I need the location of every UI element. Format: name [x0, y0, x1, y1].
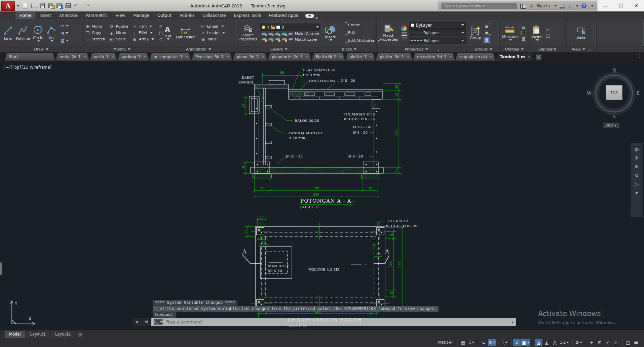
layer-unisolate-icon[interactable] — [268, 37, 274, 42]
polar-tracking-toggle[interactable]: ⊘ — [488, 339, 496, 346]
layout-tab-model[interactable]: Model — [5, 331, 25, 338]
close-tab-icon[interactable]: ✕ — [528, 55, 531, 59]
command-customize-icon[interactable]: >_ — [154, 319, 163, 325]
command-line[interactable]: ✕ ⚒ >_ Type a command ▴ — [132, 318, 516, 326]
layer-unlock-icon[interactable] — [271, 27, 275, 29]
viewport-view-button[interactable]: [Top] — [11, 65, 21, 70]
viewcube-top-face[interactable]: TOP — [606, 85, 622, 100]
file-tab[interactable]: moto_2d_1✕ — [55, 53, 89, 61]
panel-label-clipboard[interactable]: Clipboard — [529, 46, 565, 52]
layer-on-icon[interactable] — [262, 26, 265, 29]
properties-expand-icon[interactable]: ⌟ — [438, 47, 439, 51]
orbit-icon[interactable]: ↻ — [635, 173, 639, 178]
sign-in-button[interactable]: Sign In — [537, 3, 550, 8]
annotation-autoscale-toggle[interactable]: ◭ — [543, 339, 551, 346]
file-tab[interactable]: north_1✕ — [90, 53, 117, 61]
ribbon-tab-insert[interactable]: Insert — [35, 12, 55, 19]
undo-caret-icon[interactable] — [81, 5, 84, 7]
tool-linear[interactable]: ⊢Linear — [199, 24, 225, 29]
cut-icon[interactable]: ✂ — [544, 27, 551, 33]
close-tab-icon[interactable]: ✕ — [186, 55, 188, 59]
close-tab-icon[interactable]: ✕ — [112, 55, 114, 59]
help-icon[interactable]: ? — [581, 3, 586, 8]
annotation-scale-button[interactable]: ⋀ — [551, 339, 559, 346]
close-button[interactable]: ✕ — [631, 3, 641, 8]
panel-label-utilities[interactable]: Utilities — [500, 46, 529, 52]
file-tab[interactable]: parking_1✕ — [117, 53, 149, 61]
model-space-button[interactable]: MODEL — [435, 340, 456, 345]
view-expand-icon[interactable]: ⌟ — [589, 47, 590, 51]
ribbon-tab-express-tools[interactable]: Express Tools — [230, 12, 265, 19]
layer-restore-icon[interactable] — [268, 32, 274, 36]
quick-calculator-icon[interactable]: ▦ — [520, 36, 527, 42]
a360-icon[interactable]: △ — [568, 3, 571, 8]
panel-label-draw[interactable]: Draw — [0, 46, 82, 52]
maximize-button[interactable]: ☐ — [616, 3, 626, 8]
panel-label-groups[interactable]: Groups — [467, 46, 499, 52]
linetype-select[interactable]: ByLayer — [409, 37, 466, 44]
drawing-area[interactable]: PLAT STAINLESS t = 3 mm KANGKINGAN KARET… — [0, 61, 644, 330]
tool-insert[interactable]: Insert — [324, 24, 337, 42]
group-selection-toggle[interactable]: ▣ — [484, 37, 490, 43]
tool-block-create[interactable]: Create — [339, 22, 362, 29]
select-objects-icon[interactable] — [521, 31, 526, 35]
qat-customize-caret-icon[interactable] — [101, 5, 103, 7]
panel-label-block[interactable]: Block — [322, 46, 376, 52]
tool-edit-attributes[interactable]: Edit Attributes — [339, 37, 381, 44]
annotation-scale-value[interactable]: 1:1 — [559, 339, 570, 346]
open-file-button[interactable] — [31, 3, 37, 8]
new-file-button[interactable] — [23, 3, 29, 8]
file-tab[interactable]: segnali servizi✕ — [455, 53, 495, 61]
undo-button[interactable]: ↶ — [73, 3, 78, 8]
tool-measure[interactable]: Measure — [501, 25, 519, 41]
tool-scale[interactable]: ◱Scale — [108, 37, 129, 42]
hardware-acceleration-button[interactable]: ⚠ — [612, 339, 619, 346]
file-tab[interactable]: plotter_1✕ — [345, 53, 375, 61]
tool-hatch[interactable]: ▨ — [61, 37, 68, 43]
viewcube-south[interactable]: S — [613, 114, 616, 119]
tool-dimension[interactable]: Dimension — [175, 26, 196, 40]
save-as-button[interactable] — [48, 3, 54, 8]
tool-line[interactable]: Line — [1, 24, 14, 41]
new-layout-button[interactable]: + — [77, 332, 83, 337]
tool-text[interactable]: A Text — [163, 25, 172, 41]
close-tab-icon[interactable]: ✕ — [84, 55, 86, 59]
object-snap-tracking-toggle[interactable]: ∠ — [513, 339, 521, 346]
layer-isolate-icon[interactable] — [261, 32, 267, 36]
ribbon-tab-output[interactable]: Output — [153, 12, 176, 19]
tool-match-layer[interactable]: Match Layer — [260, 37, 321, 42]
file-tab-active[interactable]: Tandon 3 m✕ — [496, 53, 533, 61]
tool-leader[interactable]: ↗Leader — [199, 30, 226, 36]
tool-rectangle[interactable]: ▭ — [61, 22, 68, 29]
viewcube-north[interactable]: N — [612, 67, 616, 73]
ribbon-tab-collaborate[interactable]: Collaborate — [198, 12, 230, 19]
panel-label-layers[interactable]: Layers — [236, 46, 322, 52]
close-tab-icon[interactable]: ✕ — [262, 55, 264, 59]
panel-label-view[interactable]: View⌟ — [566, 46, 596, 52]
ribbon-display-toggle[interactable] — [305, 14, 314, 18]
command-history-toggle-icon[interactable]: ▴ — [512, 320, 513, 324]
new-drawing-tab-button[interactable]: + — [536, 55, 541, 60]
tool-array[interactable]: ⊞Array — [131, 37, 155, 42]
file-tab[interactable]: Pensilina_3d_1✕ — [191, 53, 232, 61]
minimize-button[interactable]: — — [600, 3, 610, 8]
viewport-menu-button[interactable]: [−] — [4, 65, 11, 70]
copy-clip-icon[interactable]: ❐ — [544, 33, 551, 39]
quick-select-icon[interactable]: ▤ — [520, 24, 527, 30]
paste-caret-icon[interactable] — [536, 39, 539, 41]
viewcube-west[interactable]: W — [587, 90, 592, 96]
tool-fillet[interactable]: ╭Fillet — [131, 30, 155, 36]
tool-rotate[interactable]: ⟳Rotate — [108, 24, 129, 29]
ribbon-tab-parametric[interactable]: Parametric — [82, 12, 112, 19]
sign-in-caret-icon[interactable] — [554, 5, 557, 7]
wcs-button[interactable]: WCS ▾ — [603, 123, 619, 128]
measure-caret-icon[interactable] — [509, 39, 512, 41]
tool-match-properties[interactable]: Match Properties — [378, 23, 400, 42]
store-cart-icon[interactable] — [560, 4, 565, 8]
text-caret-icon[interactable] — [167, 38, 169, 40]
isolate-objects-button[interactable]: ⊡ — [596, 339, 603, 346]
search-input[interactable] — [442, 3, 517, 9]
annotation-monitor-button[interactable]: + — [588, 339, 595, 346]
save-button[interactable] — [40, 3, 46, 8]
file-tab[interactable]: pc-computer_1✕ — [149, 53, 191, 61]
